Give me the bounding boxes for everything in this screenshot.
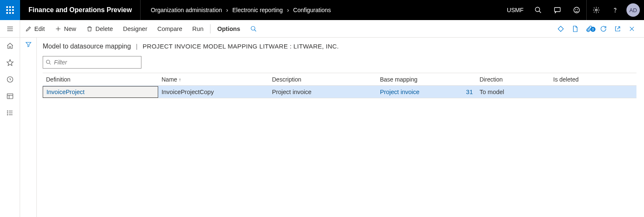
col-header-count: [459, 73, 476, 85]
cell-definition[interactable]: InvoiceProject: [43, 86, 158, 98]
question-icon: [611, 6, 619, 14]
options-label: Options: [217, 26, 240, 32]
svg-point-9: [535, 7, 540, 12]
designer-label: Designer: [123, 26, 147, 32]
messages-button[interactable]: [548, 0, 567, 20]
nav-recent[interactable]: [0, 71, 20, 88]
refresh-button[interactable]: [596, 25, 611, 33]
col-header-direction[interactable]: Direction: [476, 73, 550, 85]
svg-point-15: [595, 9, 597, 11]
home-icon: [6, 42, 14, 50]
svg-point-16: [615, 12, 616, 12]
cell-description[interactable]: Project invoice: [269, 86, 377, 98]
col-header-base-mapping[interactable]: Base mapping: [377, 73, 459, 85]
delete-button[interactable]: Delete: [81, 20, 118, 37]
clock-icon: [6, 76, 14, 83]
list-icon: [6, 109, 14, 117]
filter-pane-toggle[interactable]: [20, 38, 37, 217]
svg-rect-7: [9, 12, 11, 14]
run-label: Run: [192, 26, 204, 32]
options-button[interactable]: Options: [212, 20, 245, 37]
chevron-right-icon: ›: [285, 7, 291, 13]
search-icon: [46, 59, 51, 65]
popout-icon: [614, 25, 621, 33]
col-header-name[interactable]: Name↑: [158, 73, 269, 85]
cell-direction[interactable]: To model: [476, 86, 550, 98]
svg-point-33: [251, 26, 255, 30]
breadcrumb-item[interactable]: Configurations: [293, 7, 331, 13]
svg-rect-35: [558, 26, 564, 31]
separator: [210, 24, 210, 33]
attachments-badge: 0: [590, 27, 595, 32]
cell-base-mapping-count[interactable]: 31: [459, 86, 476, 98]
edit-button[interactable]: Edit: [20, 20, 50, 37]
waffle-menu[interactable]: [0, 0, 20, 20]
grid-header: Definition Name↑ Description Base mappin…: [43, 73, 636, 86]
trash-icon: [86, 26, 93, 32]
main-content: Model to datasource mapping | PROJECT IN…: [37, 38, 644, 217]
avatar[interactable]: AD: [626, 3, 640, 17]
office-integration-button[interactable]: [554, 25, 568, 33]
svg-rect-6: [6, 12, 8, 14]
svg-point-14: [577, 9, 578, 10]
close-button[interactable]: [625, 26, 639, 32]
edit-label: Edit: [34, 26, 45, 32]
cell-is-deleted[interactable]: [550, 86, 600, 98]
grid-filter[interactable]: [43, 56, 141, 69]
cell-name[interactable]: InvoiceProjectCopy: [158, 86, 269, 98]
run-button[interactable]: Run: [187, 20, 209, 37]
app-header: Finance and Operations Preview Organizat…: [0, 0, 644, 20]
breadcrumb-item[interactable]: Electronic reporting: [232, 7, 283, 13]
nav-expand-button[interactable]: [0, 20, 20, 38]
plus-icon: [55, 26, 62, 32]
nav-home[interactable]: [0, 38, 20, 54]
funnel-icon: [25, 41, 32, 48]
close-icon: [629, 26, 635, 32]
page-title: Model to datasource mapping: [43, 43, 131, 50]
layout-icon: [6, 92, 14, 100]
app-title: Finance and Operations Preview: [20, 0, 141, 20]
hamburger-icon: [6, 25, 14, 33]
svg-rect-5: [12, 9, 14, 11]
col-header-definition[interactable]: Definition: [43, 73, 158, 85]
svg-rect-1: [9, 6, 11, 8]
settings-button[interactable]: [586, 0, 606, 20]
new-button[interactable]: New: [50, 20, 81, 37]
filter-input[interactable]: [54, 59, 139, 66]
svg-point-29: [7, 115, 8, 115]
cell-base-mapping[interactable]: Project invoice: [377, 86, 459, 98]
compare-label: Compare: [157, 26, 182, 32]
feedback-button[interactable]: [567, 0, 586, 20]
document-icon: [571, 25, 579, 33]
search-icon: [534, 6, 542, 14]
svg-point-12: [574, 7, 580, 13]
refresh-icon: [600, 25, 607, 33]
action-bar: Edit New Delete Designer Compare Run Opt…: [20, 20, 644, 38]
page-heading: Model to datasource mapping | PROJECT IN…: [43, 43, 636, 50]
svg-line-34: [254, 30, 256, 31]
separator: |: [136, 43, 138, 50]
nav-modules[interactable]: [0, 105, 20, 121]
action-search-button[interactable]: [245, 20, 262, 37]
document-button[interactable]: [568, 25, 582, 33]
col-header-description[interactable]: Description: [269, 73, 377, 85]
nav-favorites[interactable]: [0, 54, 20, 71]
company-code[interactable]: USMF: [502, 0, 529, 20]
table-row[interactable]: InvoiceProject InvoiceProjectCopy Projec…: [43, 86, 636, 98]
search-button[interactable]: [529, 0, 548, 20]
new-label: New: [64, 26, 76, 32]
compare-button[interactable]: Compare: [152, 20, 187, 37]
designer-button[interactable]: Designer: [118, 20, 152, 37]
popout-button[interactable]: [611, 25, 625, 33]
gear-icon: [593, 6, 600, 14]
chevron-right-icon: ›: [225, 7, 230, 13]
help-button[interactable]: [606, 0, 625, 20]
breadcrumb-item[interactable]: Organization administration: [151, 7, 222, 13]
col-header-is-deleted[interactable]: Is deleted: [550, 73, 600, 85]
svg-rect-22: [7, 94, 13, 99]
data-grid: Definition Name↑ Description Base mappin…: [43, 73, 636, 98]
nav-workspaces[interactable]: [0, 88, 20, 105]
sort-ascending-icon: ↑: [179, 77, 181, 82]
waffle-icon: [6, 6, 14, 14]
attachments-button[interactable]: 0: [582, 25, 596, 33]
